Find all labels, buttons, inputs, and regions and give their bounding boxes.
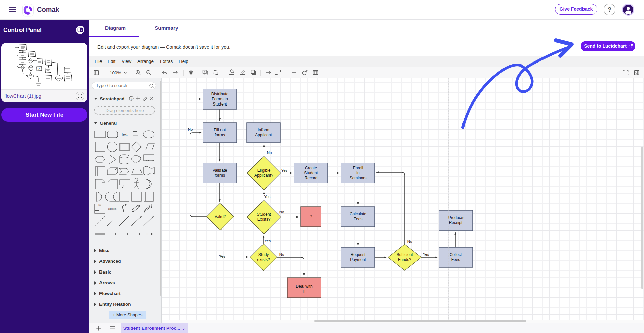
svg-text:forms: forms [215,173,225,178]
svg-text:Validate: Validate [213,168,227,173]
svg-text:?: ? [130,97,132,100]
svg-text:Yes: Yes [281,168,288,172]
svg-text:Fees: Fees [451,257,460,262]
svg-text:Sufficient: Sufficient [396,252,413,257]
svg-text:Distribute: Distribute [211,92,229,96]
svg-text:Student: Student [257,212,271,217]
svg-text:Yes: Yes [219,254,226,258]
svg-text:Yes: Yes [423,252,429,256]
svg-text:Yes: Yes [265,239,271,243]
svg-text:100%: 100% [110,70,121,75]
svg-text:Text: Text [121,133,128,136]
svg-text:Inform: Inform [258,128,269,132]
svg-text:Deal with: Deal with [296,284,312,289]
svg-text:Calculate: Calculate [350,212,366,216]
svg-text:Valid?: Valid? [215,214,226,219]
svg-text:No: No [267,151,272,155]
svg-text:forms: forms [215,133,225,137]
svg-text:Receipt: Receipt [449,220,463,225]
svg-text:Fill out: Fill out [214,128,226,132]
svg-text:Forms to: Forms to [212,97,228,101]
svg-text:Funds?: Funds? [398,257,411,262]
svg-text:Study: Study [258,252,269,257]
svg-text:Student: Student [304,171,318,175]
svg-text:?: ? [38,67,40,70]
svg-text:Produce: Produce [448,215,464,220]
svg-text:IT: IT [303,289,306,294]
svg-text:Request: Request [351,252,366,257]
svg-text:Student: Student [213,102,227,107]
svg-text:Payment: Payment [350,257,366,262]
svg-text:Create: Create [305,166,317,170]
svg-text:No: No [188,127,193,131]
svg-text:Eligible: Eligible [257,168,271,173]
svg-text:?: ? [310,215,312,219]
svg-text:Applicant: Applicant [255,133,272,137]
svg-text:Enroll: Enroll [353,166,363,170]
svg-text:exists?: exists? [257,257,270,262]
svg-text:Exists?: Exists? [257,217,271,222]
svg-text:in: in [356,171,359,175]
svg-text:List: List [98,204,101,206]
svg-text:Collect: Collect [450,252,462,257]
svg-text:Fees: Fees [354,217,363,221]
svg-text:Record: Record [305,176,318,180]
svg-text:No: No [279,252,284,256]
svg-text:Seminars: Seminars [350,176,367,180]
svg-text:No: No [279,210,284,214]
svg-text:List Item: List Item [108,208,117,210]
svg-text:No: No [407,239,412,243]
svg-text:Yes: Yes [264,195,271,199]
svg-text:Applicant?: Applicant? [254,173,273,178]
